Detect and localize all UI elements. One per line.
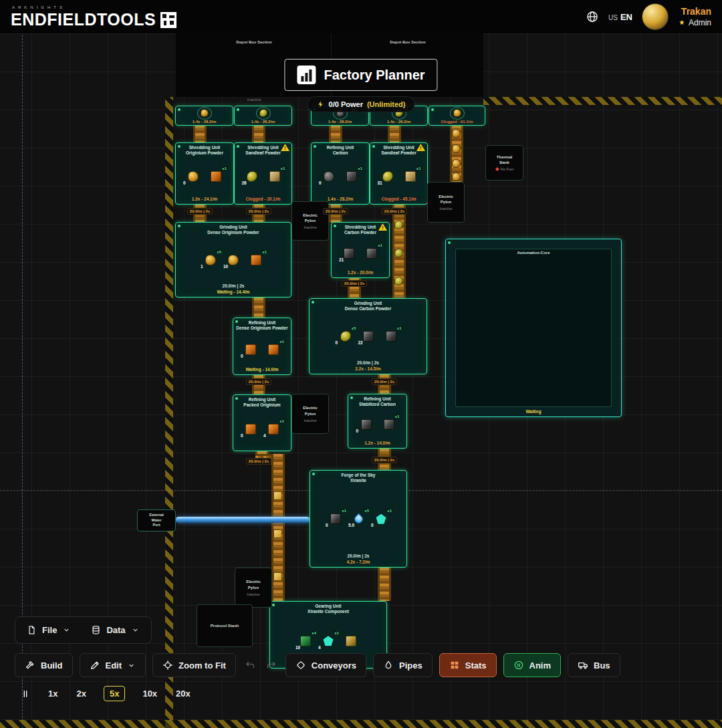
anim-label: Anim [529, 660, 552, 671]
brand-logo[interactable]: ARKNIGHTS ENDFIELDTOOLS [11, 5, 176, 28]
machine-buffers: 26x1 [236, 156, 290, 197]
conveyors-button[interactable]: Conveyors [285, 653, 366, 677]
user-info[interactable]: Trakan Admin [678, 6, 711, 27]
data-menu-button[interactable]: Data [82, 620, 148, 640]
water-pipe[interactable] [176, 517, 310, 523]
utility-status: Inactive [304, 225, 317, 229]
machine-node-dense-originium-powder[interactable]: Grinding UnitDense Originium Powder1x510… [175, 222, 291, 297]
redo-button[interactable] [264, 653, 279, 677]
language-selector[interactable]: US EN [608, 12, 632, 22]
utility-label: External [149, 513, 164, 517]
throughput-badge: 20.0/m | 2s [187, 208, 213, 215]
ore-gold-icon [452, 129, 461, 138]
zoom-to-fit-button[interactable]: Zoom to Fit [152, 653, 236, 677]
machine-node-sandleaf-powder[interactable]: !Shredding UnitSandleaf Powder26x1Clogge… [234, 142, 292, 205]
machine-node-sandleaf-powder[interactable]: !Shredding UnitSandleaf Powder31x1Clogge… [370, 142, 428, 205]
pipes-button[interactable]: Pipes [373, 653, 433, 677]
zoom-to-fit-label: Zoom to Fit [178, 660, 226, 671]
machine-product: Sandleaf Powder [381, 150, 416, 156]
droplet-icon [383, 660, 394, 671]
leaf-icon [394, 249, 403, 257]
conveyor-belt[interactable] [329, 125, 342, 142]
anim-button[interactable]: Anim [503, 653, 562, 677]
pylon-node[interactable]: ElectricPylonInactive [235, 568, 272, 608]
status-dot [312, 301, 314, 304]
machine-node-packed-originium[interactable]: Refining UnitPacked Originium04x1 [233, 394, 291, 451]
pylon-node[interactable]: ElectricPylonInactive [427, 182, 465, 223]
item-multiplier: x5 [364, 509, 370, 513]
globe-icon[interactable] [586, 10, 599, 23]
status-dot [235, 397, 238, 400]
chev-icon [127, 661, 136, 670]
machine-node-stabilized-carbon[interactable]: Refining UnitStabilized Carbon0x11.2x - … [348, 394, 407, 449]
collector-node[interactable]: 1.4x - 28.2/m [175, 106, 233, 126]
pylon-node[interactable]: ElectricPylonInactive [291, 201, 329, 241]
throughput-badge: 20.0/m | 2s [323, 208, 348, 215]
automation-core-node[interactable]: Automation-CoreWaiting [445, 239, 622, 417]
machine-product: Dense Carbon Powder [345, 306, 391, 312]
machine-buffers: 04x1 [235, 408, 289, 449]
pylon-node[interactable]: ElectricPylonInactive [291, 394, 329, 434]
file-menu-button[interactable]: File [18, 620, 80, 640]
ore-ring [197, 107, 212, 120]
item-multiplier: x1 [416, 166, 422, 170]
leaf-icon [394, 277, 403, 285]
item-slot: x1 [382, 418, 396, 431]
water-node[interactable]: ExternalWaterPort [137, 509, 176, 531]
item-count: 21 [339, 257, 344, 262]
speed-option-10x[interactable]: 10x [141, 687, 158, 701]
machine-buffers: 31x1 [372, 156, 426, 197]
ore-ring [450, 107, 465, 120]
bus-button[interactable]: Bus [568, 653, 620, 677]
machine-node-dense-carbon-powder[interactable]: Grinding UnitDense Carbon Powder0x522x12… [309, 298, 427, 374]
conveyor-belt[interactable] [388, 125, 401, 142]
machine-node-originium-powder[interactable]: Shredding UnitOriginium Powder0x11.3x - … [175, 142, 234, 205]
powder-tan-icon [405, 171, 416, 182]
machine-node-carbon-powder[interactable]: !Shredding UnitCarbon Powder21x11.2x - 2… [331, 222, 390, 278]
speed-option-5x[interactable]: 5x [104, 686, 125, 701]
item-slot: x1 [209, 170, 223, 183]
build-button[interactable]: Build [15, 653, 73, 677]
status-dot [237, 145, 239, 148]
utility-label: Pylon [248, 585, 259, 590]
machine-product: Packed Originium [243, 402, 280, 408]
conveyor-belt[interactable] [252, 125, 265, 142]
language-label: EN [620, 12, 632, 22]
item-multiplier: x1 [386, 509, 392, 513]
machine-node-xiranite[interactable]: Forge of the SkyXiranite0x15.0x50x120.0/… [310, 470, 407, 568]
item-slot: 0 [244, 343, 257, 356]
target-icon [162, 660, 173, 671]
truck-icon [578, 660, 588, 671]
undo-button[interactable] [243, 653, 257, 677]
avatar[interactable] [642, 3, 669, 30]
conveyor-belt[interactable] [378, 568, 391, 601]
machine-product: Xiranite Component [308, 609, 349, 614]
pause-button[interactable] [20, 689, 31, 699]
belt-item-ore-gold [452, 159, 461, 168]
edit-button[interactable]: Edit [80, 653, 146, 677]
collector-rate-label: Clogged - 91.1/m [441, 120, 473, 124]
machine-node-dense-originium-powder[interactable]: Refining UnitDense Originium Powder0x1Wa… [233, 318, 291, 375]
thermal-node[interactable]: ThermalBankNo Fuel [485, 145, 523, 180]
collector-node[interactable]: 1.4x - 28.2/m [234, 106, 292, 126]
item-slot: 0 [244, 422, 257, 436]
status-rate-label: 4.2x - 7.2/m [346, 560, 370, 566]
collector-node[interactable]: Clogged - 91.1/m [429, 106, 485, 126]
utility-label: Pylon [305, 218, 316, 223]
stash-node[interactable]: Protocol Stash [197, 604, 253, 647]
conveyor-belt[interactable] [252, 297, 265, 318]
machine-buffers: 0x1 [313, 156, 368, 197]
item-slot: 10x4 [299, 634, 312, 648]
utility-label: Protocol Stash [211, 623, 239, 628]
status-dot [431, 108, 434, 111]
speed-option-2x[interactable]: 2x [75, 687, 87, 701]
speed-option-1x[interactable]: 1x [47, 687, 59, 701]
speed-option-20x[interactable]: 20x [174, 687, 192, 701]
cube-dark-icon [361, 419, 372, 430]
stats-button[interactable]: Stats [439, 653, 497, 677]
boundary-stripe-vertical [165, 97, 173, 728]
belt-item-ore-gold [452, 172, 461, 181]
utility-label: Port [153, 523, 160, 527]
machine-node-carbon[interactable]: Refining UnitCarbon0x11.4x - 28.2/m [311, 142, 370, 205]
conveyor-belt[interactable] [193, 125, 207, 142]
